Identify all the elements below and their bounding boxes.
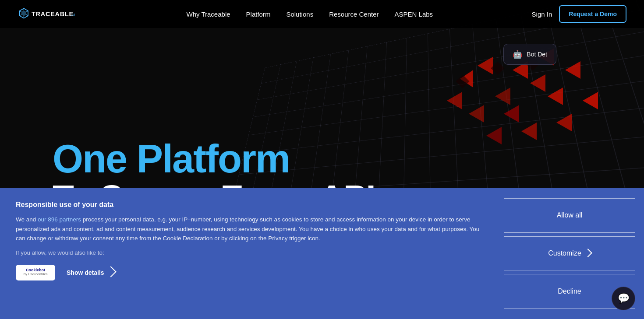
svg-text:AI: AI <box>71 12 75 17</box>
svg-marker-19 <box>565 61 580 79</box>
bot-det-bubble: 🤖 Bot Det <box>503 44 556 65</box>
bot-icon: 🤖 <box>513 49 522 59</box>
cookie-content: Responsible use of your data We and our … <box>0 188 504 319</box>
chevron-right-icon <box>105 266 116 277</box>
signin-link[interactable]: Sign In <box>532 11 552 18</box>
svg-marker-15 <box>504 105 519 123</box>
cookie-text-after-link: process your personal data, e.g. your IP… <box>16 216 479 242</box>
cookie-if-text: If you allow, we would also like to: <box>16 249 488 256</box>
cookiebot-logo: Cookiebot by Usercentrics <box>16 265 55 280</box>
svg-marker-14 <box>530 74 545 92</box>
svg-marker-1 <box>21 11 26 16</box>
request-demo-button[interactable]: Request a Demo <box>559 5 626 23</box>
nav-actions: Sign In Request a Demo <box>532 5 626 23</box>
svg-marker-22 <box>521 123 537 140</box>
cookie-footer: Cookiebot by Usercentrics Show details <box>16 265 488 280</box>
cookiebot-label2: by Usercentrics <box>23 273 47 277</box>
svg-text:TRACEABLE: TRACEABLE <box>32 11 74 18</box>
bot-det-label: Bot Det <box>527 51 547 58</box>
svg-marker-17 <box>447 92 462 109</box>
svg-marker-16 <box>469 105 484 123</box>
customize-label: Customize <box>548 249 581 257</box>
svg-rect-26 <box>491 61 504 75</box>
svg-marker-23 <box>556 114 572 131</box>
customize-button[interactable]: Customize <box>504 236 635 271</box>
nav-link-solutions[interactable]: Solutions <box>286 11 313 18</box>
svg-marker-12 <box>495 88 510 105</box>
cookie-title: Responsible use of your data <box>16 201 488 209</box>
nav-link-why-traceable[interactable]: Why Traceable <box>187 11 230 18</box>
cookie-partners-link[interactable]: our 896 partners <box>38 216 81 223</box>
svg-marker-11 <box>478 57 493 74</box>
nav-link-aspen-labs[interactable]: ASPEN Labs <box>395 11 433 18</box>
cookiebot-box: Cookiebot by Usercentrics <box>16 265 55 280</box>
nav-link-platform[interactable]: Platform <box>246 11 271 18</box>
svg-marker-24 <box>583 92 598 109</box>
cookie-banner: Responsible use of your data We and our … <box>0 188 644 319</box>
chat-icon: 💬 <box>618 293 630 304</box>
show-details-label: Show details <box>67 269 104 276</box>
hero-title-line1: One Platform <box>53 139 375 179</box>
nav-link-resource-center[interactable]: Resource Center <box>329 11 379 18</box>
customize-chevron-icon <box>584 249 592 257</box>
nav-links: Why Traceable Platform Solutions Resourc… <box>187 11 433 18</box>
svg-marker-18 <box>548 88 563 105</box>
navigation: TRACEABLE AI Why Traceable Platform Solu… <box>0 0 644 28</box>
cookie-text-before-link: We and <box>16 216 38 223</box>
svg-marker-21 <box>486 127 502 144</box>
cookie-body-text: We and our 896 partners process your per… <box>16 215 488 243</box>
show-details-link[interactable]: Show details <box>67 269 115 276</box>
chat-widget[interactable]: 💬 <box>612 287 635 310</box>
allow-all-button[interactable]: Allow all <box>504 198 635 233</box>
logo[interactable]: TRACEABLE AI <box>18 6 88 22</box>
